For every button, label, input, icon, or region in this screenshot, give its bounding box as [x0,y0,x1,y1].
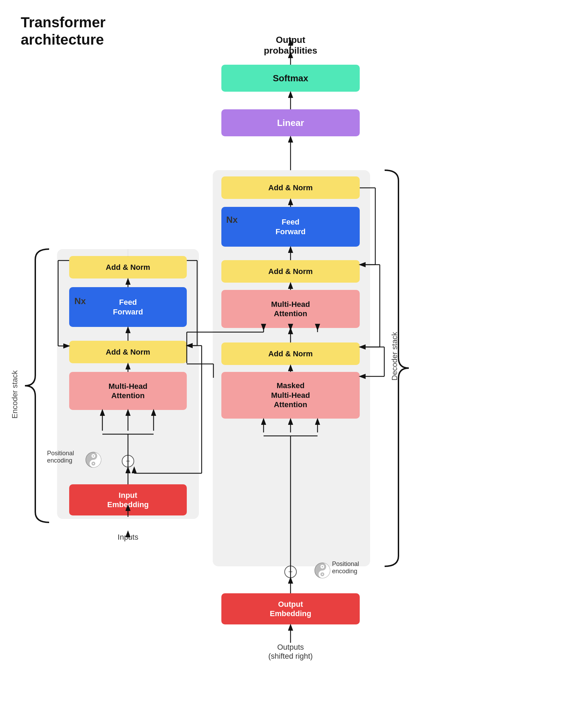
page-title: Transformerarchitecture [21,14,105,49]
svg-point-9 [322,574,323,575]
encoder-feed-forward: Feed Forward [69,287,187,327]
decoder-add-norm-bot: Add & Norm [221,342,360,365]
encoder-nx: Nx [74,296,86,307]
decoder-masked-multi: Masked Multi-Head Attention [221,372,360,419]
output-prob-label: Output probabilities [221,35,360,56]
linear-block: Linear [221,109,360,136]
softmax-block: Softmax [221,65,360,92]
decoder-positional-icon [314,562,331,579]
encoder-inputs-label: Inputs [97,533,159,542]
encoder-stack-label: Encoder stack [10,363,19,419]
decoder-pos-enc-label: Positional encoding [332,560,377,575]
encoder-add-norm-bot: Add & Norm [69,341,187,363]
encoder-multi-head: Multi-Head Attention [69,372,187,410]
decoder-nx: Nx [226,214,238,225]
decoder-plus: + [284,566,297,578]
svg-point-8 [322,566,323,567]
encoder-positional-icon [85,451,102,468]
encoder-brace [21,249,56,522]
encoder-add-norm-top: Add & Norm [69,256,187,278]
decoder-outputs-label: Outputs (shifted right) [235,643,346,661]
decoder-output-embed: Output Embedding [221,593,360,624]
decoder-add-norm-top: Add & Norm [221,176,360,199]
decoder-feed-forward: Feed Forward [221,207,360,247]
svg-point-3 [93,455,94,457]
encoder-plus: + [122,455,134,467]
decoder-stack-label: Decoder stack [390,325,399,381]
svg-point-4 [93,463,94,464]
decoder-add-norm-mid: Add & Norm [221,260,360,283]
decoder-multi-head: Multi-Head Attention [221,290,360,328]
encoder-input-embed: Input Embedding [69,484,187,515]
